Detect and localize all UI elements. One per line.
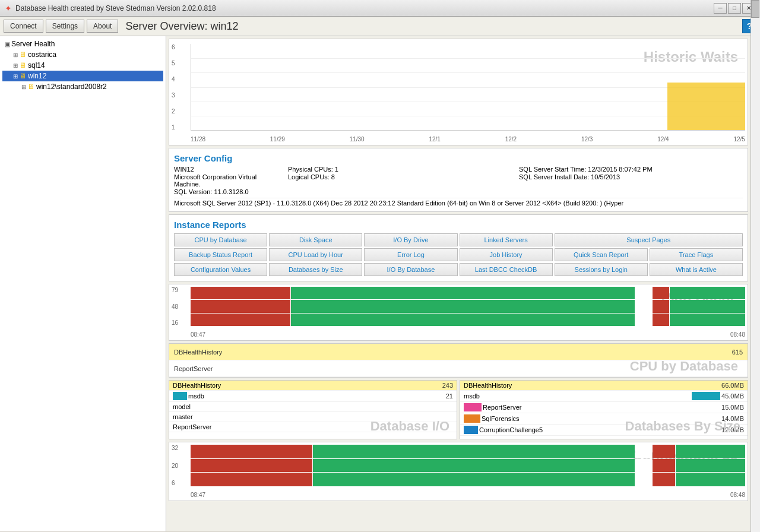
database-io-watermark: Database I/O xyxy=(370,419,449,434)
sidebar-item-costarica[interactable]: ⊞ 🖥 costarica xyxy=(2,49,163,60)
btn-what-active[interactable]: What is Active xyxy=(650,263,743,276)
y-label-1: 1 xyxy=(172,124,175,131)
plan-cache-chart: Plan Cache 16 48 79 xyxy=(169,284,748,341)
historic-waits-area xyxy=(191,44,745,131)
btn-job-history[interactable]: Job History xyxy=(460,248,553,261)
conn-gap-2 xyxy=(635,459,652,473)
io-row-model: model xyxy=(169,402,457,412)
collapse-icon: ▣ xyxy=(5,41,10,48)
pc-bar-green-5 xyxy=(291,314,635,326)
logical-cpus: Logical CPUs: 8 xyxy=(288,173,512,188)
pc-x-0847: 08:47 xyxy=(191,331,205,338)
btn-trace-flags[interactable]: Trace Flags xyxy=(650,248,743,261)
sidebar-label-win12std: win12\standard2008r2 xyxy=(36,83,107,91)
x-label-1128: 11/28 xyxy=(191,136,205,142)
connect-button[interactable]: Connect xyxy=(4,20,43,33)
full-server-desc: Microsoft SQL Server 2012 (SP1) - 11.0.3… xyxy=(174,198,743,207)
pc-bar-gap-1 xyxy=(635,287,652,299)
server-name: WIN12 xyxy=(174,166,281,173)
connections-chart: Connections 39 6 20 32 xyxy=(169,442,748,501)
btn-io-by-database[interactable]: I/O By Database xyxy=(364,263,457,276)
scrollbar-right[interactable] xyxy=(750,36,760,531)
x-label-125: 12/5 xyxy=(733,136,745,142)
btn-cpu-load-hour[interactable]: CPU Load by Hour xyxy=(269,248,362,261)
sidebar-label-costarica: costarica xyxy=(28,50,56,59)
size-bar-msdb xyxy=(692,392,720,400)
instance-reports-title: Instance Reports xyxy=(174,220,743,230)
btn-backup-status[interactable]: Backup Status Report xyxy=(174,248,267,261)
btn-sessions-login[interactable]: Sessions by Login xyxy=(555,263,648,276)
sidebar-item-win12[interactable]: ⊞ 🖥 win12 xyxy=(2,71,163,81)
size-name-dbhh: DBHealthHistory xyxy=(464,382,721,389)
pc-bar-gap-3 xyxy=(635,314,652,326)
conn-green-3 xyxy=(313,459,635,473)
pc-bar-row-2 xyxy=(191,300,745,312)
y-label-4: 4 xyxy=(172,76,175,83)
btn-disk-space[interactable]: Disk Space xyxy=(269,233,362,246)
title-bar: ✦ Database Health created by Steve Stedm… xyxy=(0,0,760,17)
x-label-1130: 11/30 xyxy=(350,136,365,142)
sidebar-item-server-health[interactable]: ▣ Server Health xyxy=(2,39,163,49)
size-bar-reportserver xyxy=(464,403,482,411)
pc-bar-red-5 xyxy=(191,314,290,326)
conn-y-20: 20 xyxy=(172,463,178,469)
conn-green-2 xyxy=(676,445,745,458)
server-config-section: Server Config WIN12 Physical CPUs: 1 SQL… xyxy=(169,148,748,212)
io-name-model: model xyxy=(173,403,453,410)
btn-last-dbcc[interactable]: Last DBCC CheckDB xyxy=(460,263,553,276)
grid-line-5 xyxy=(191,58,745,59)
toolbar: Connect Settings About Server Overview: … xyxy=(0,17,760,36)
window-controls: ─ □ ✕ xyxy=(714,3,755,14)
btn-cpu-by-database[interactable]: CPU by Database xyxy=(174,233,267,246)
btn-io-by-drive[interactable]: I/O By Drive xyxy=(364,233,457,246)
conn-green-1 xyxy=(313,445,635,458)
install-date: SQL Server Install Date: 10/5/2013 xyxy=(519,173,743,188)
db-name-dbhealthhistory: DBHealthHistory xyxy=(174,349,732,356)
btn-error-log[interactable]: Error Log xyxy=(364,248,457,261)
btn-databases-size[interactable]: Databases by Size xyxy=(269,263,362,276)
pc-bar-red-4 xyxy=(653,300,669,312)
minimize-button[interactable]: ─ xyxy=(714,3,727,14)
size-val-msdb: 45.0MB xyxy=(721,392,744,400)
settings-button[interactable]: Settings xyxy=(46,20,84,33)
sidebar-tree: ▣ Server Health ⊞ 🖥 costarica ⊞ 🖥 sql14 … xyxy=(0,36,166,94)
y-label-2: 2 xyxy=(172,108,175,115)
sidebar-label-win12: win12 xyxy=(28,72,46,80)
conn-red-4 xyxy=(653,459,674,473)
grid-line-4 xyxy=(191,72,745,73)
y-label-3: 3 xyxy=(172,92,175,99)
bottom-panels: DBHealthHistory 243 msdb 21 model master xyxy=(169,380,748,439)
pc-bar-green-3 xyxy=(291,300,635,312)
db-health-section: DBHealthHistory 615 ReportServer CPU by … xyxy=(169,343,748,378)
expand-icon: ⊞ xyxy=(13,62,18,69)
app-icon: ✦ xyxy=(5,4,12,13)
main-layout: ▣ Server Health ⊞ 🖥 costarica ⊞ 🖥 sql14 … xyxy=(0,36,760,531)
btn-linked-servers[interactable]: Linked Servers xyxy=(460,233,553,246)
sidebar-item-sql14[interactable]: ⊞ 🖥 sql14 xyxy=(2,60,163,71)
conn-red-5 xyxy=(191,473,312,486)
physical-cpus: Physical CPUs: 1 xyxy=(288,166,512,173)
conn-gap-3 xyxy=(635,473,652,486)
sidebar-label-sql14: sql14 xyxy=(28,61,45,69)
pc-bar-red-2 xyxy=(653,287,669,299)
sidebar: ▣ Server Health ⊞ 🖥 costarica ⊞ 🖥 sql14 … xyxy=(0,36,166,531)
restore-button[interactable]: □ xyxy=(728,3,741,14)
io-val-msdb: 21 xyxy=(446,392,453,400)
x-label-123: 12/3 xyxy=(581,136,593,142)
conn-green-5 xyxy=(313,473,635,486)
cpu-by-database-watermark: CPU by Database xyxy=(630,359,738,374)
expand-icon: ⊞ xyxy=(13,52,18,58)
about-button[interactable]: About xyxy=(87,20,118,33)
plan-cache-x-axis: 08:47 08:48 xyxy=(191,331,745,338)
btn-config-values[interactable]: Configuration Values xyxy=(174,263,267,276)
btn-suspect-pages[interactable]: Suspect Pages xyxy=(555,233,743,246)
grid-line-1 xyxy=(191,116,745,116)
size-row-msdb: msdb 45.0MB xyxy=(460,391,748,402)
pc-bar-green-2 xyxy=(670,287,745,299)
btn-quick-scan[interactable]: Quick Scan Report xyxy=(555,248,648,261)
historic-waits-chart: Historic Waits 1 2 3 4 5 6 xyxy=(169,39,748,145)
sidebar-root-label: Server Health xyxy=(11,40,55,48)
io-row-dbhealthhistory: DBHealthHistory 243 xyxy=(169,381,457,391)
sidebar-item-win12std[interactable]: ⊞ 🖥 win12\standard2008r2 xyxy=(2,81,163,92)
conn-red-2 xyxy=(653,445,674,458)
